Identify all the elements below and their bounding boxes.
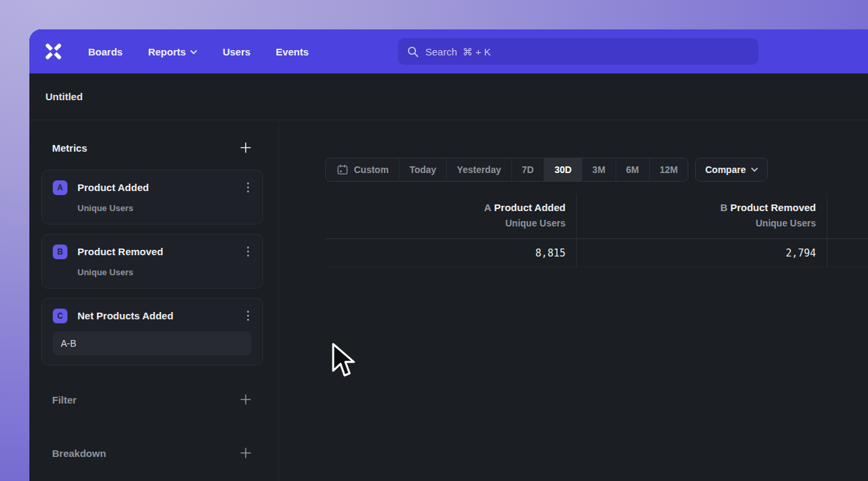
plus-icon [240, 393, 252, 406]
nav-item-boards[interactable]: Boards [88, 46, 123, 57]
nav-item-label: Events [276, 46, 308, 57]
metric-name[interactable]: Net Products Added [77, 310, 244, 321]
filter-section-header: Filter [52, 392, 253, 407]
query-sidebar: Metrics A Product Added Unique Users B P… [29, 120, 279, 481]
calendar-icon [337, 164, 349, 176]
date-range-segmented-control: Custom Today Yesterday 7D 30D 3M 6M 12M [325, 158, 688, 182]
metric-card-c[interactable]: C Net Products Added [41, 298, 263, 365]
column-title: Product Removed [730, 202, 816, 213]
range-7d[interactable]: 7D [511, 158, 544, 181]
mixpanel-logo-icon[interactable] [43, 41, 64, 62]
nav-item-label: Boards [88, 46, 123, 57]
nav-item-users[interactable]: Users [222, 46, 250, 57]
range-label: Custom [354, 164, 389, 175]
value-cell-a[interactable]: 8,815 [325, 239, 577, 267]
filter-title: Filter [52, 394, 77, 406]
add-breakdown-button[interactable] [238, 446, 253, 460]
range-label: 6M [626, 164, 639, 175]
chevron-down-icon [190, 50, 197, 55]
column-header-b[interactable]: B Product Removed Unique Users [577, 194, 827, 239]
value-cell-spacer [827, 239, 868, 267]
range-label: Today [409, 164, 436, 175]
range-custom[interactable]: Custom [326, 158, 399, 181]
metric-menu-button[interactable] [244, 308, 252, 323]
column-title: Product Added [494, 202, 566, 213]
metric-measurement[interactable]: Unique Users [77, 267, 252, 277]
add-metric-button[interactable] [238, 140, 253, 155]
range-label: 3M [592, 164, 605, 175]
add-filter-button[interactable] [238, 392, 253, 407]
compare-button[interactable]: Compare [695, 158, 768, 182]
metric-letter-badge: A [53, 180, 67, 195]
column-subtitle: Unique Users [577, 215, 816, 231]
value-cell-b[interactable]: 2,794 [577, 239, 827, 267]
column-letter: B [720, 202, 728, 213]
metric-measurement[interactable]: Unique Users [77, 203, 252, 213]
range-6m[interactable]: 6M [616, 158, 649, 181]
column-subtitle: Unique Users [325, 215, 566, 231]
column-letter: A [484, 202, 491, 213]
metrics-title: Metrics [52, 142, 87, 154]
search-bar[interactable] [398, 38, 758, 65]
formula-input[interactable] [53, 331, 252, 355]
nav-item-events[interactable]: Events [276, 46, 308, 57]
nav-item-label: Reports [148, 46, 186, 57]
compare-label: Compare [705, 164, 746, 175]
report-canvas: Custom Today Yesterday 7D 30D 3M 6M 12M … [279, 120, 868, 481]
body: Metrics A Product Added Unique Users B P… [29, 120, 868, 481]
range-30d[interactable]: 30D [544, 158, 582, 181]
breakdown-title: Breakdown [52, 448, 106, 459]
chevron-down-icon [751, 168, 758, 172]
top-nav: Boards Reports Users Events [29, 29, 868, 73]
nav-item-label: Users [222, 46, 250, 57]
metric-card-a[interactable]: A Product Added Unique Users [41, 170, 263, 224]
search-input[interactable] [425, 38, 749, 65]
breakdown-section-header: Breakdown [52, 446, 253, 460]
plus-icon [240, 142, 252, 154]
page-title[interactable]: Untitled [45, 91, 83, 102]
search-icon [407, 46, 419, 57]
metric-menu-button[interactable] [244, 244, 252, 259]
range-today[interactable]: Today [399, 158, 446, 181]
date-toolbar: Custom Today Yesterday 7D 30D 3M 6M 12M … [325, 158, 768, 182]
metric-letter-badge: C [53, 309, 67, 323]
range-label: Yesterday [457, 164, 501, 175]
metric-menu-button[interactable] [244, 180, 252, 195]
results-table: A Product Added Unique Users B Product R… [325, 194, 868, 267]
doc-header: Untitled [29, 73, 868, 120]
plus-icon [240, 447, 252, 459]
column-header-spacer [827, 194, 868, 239]
range-yesterday[interactable]: Yesterday [446, 158, 511, 181]
nav-item-reports[interactable]: Reports [148, 46, 198, 57]
range-label: 7D [522, 164, 534, 175]
metric-name[interactable]: Product Removed [77, 246, 244, 257]
metrics-section-header: Metrics [52, 140, 253, 155]
range-12m[interactable]: 12M [649, 158, 688, 181]
range-label: 12M [660, 164, 678, 175]
app-window: Boards Reports Users Events Untitled Met… [29, 29, 868, 481]
nav-items: Boards Reports Users Events [88, 46, 308, 57]
metric-letter-badge: B [53, 245, 67, 259]
column-header-a[interactable]: A Product Added Unique Users [325, 194, 577, 239]
metric-name[interactable]: Product Added [77, 182, 244, 193]
metric-card-b[interactable]: B Product Removed Unique Users [41, 234, 263, 289]
range-3m[interactable]: 3M [582, 158, 615, 181]
range-label: 30D [554, 164, 572, 175]
